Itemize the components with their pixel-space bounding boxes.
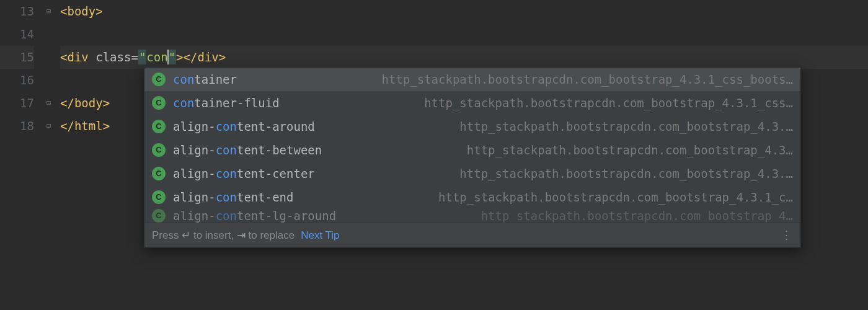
autocomplete-item-label: align-content-end [173,185,293,209]
line-number: 13 [0,0,34,23]
tab-key-icon: ⇥ [237,229,246,241]
line-number: 14 [0,23,34,46]
autocomplete-footer: Press ↵ to insert, ⇥ to replace Next Tip… [144,223,800,247]
autocomplete-popup: Ccontainerhttp_stackpath.bootstrapcdn.co… [144,67,801,248]
next-tip-link[interactable]: Next Tip [301,224,339,247]
autocomplete-item[interactable]: Ccontainerhttp_stackpath.bootstrapcdn.co… [144,68,800,91]
autocomplete-item[interactable]: Calign-content-centerhttp_stackpath.boot… [144,162,800,185]
line-number-gutter: 13 14 15 16 17 18 [0,0,46,310]
line-number: 17 [0,92,34,115]
line-number: 18 [0,115,34,138]
code-line [60,23,868,46]
autocomplete-item[interactable]: Calign-content-lg-aroundhttp_stackpath.b… [144,209,800,223]
class-icon: C [152,143,166,157]
footer-hint: Press ↵ to insert, ⇥ to replace [152,224,294,247]
code-line-current: <div class="con"></div> [60,46,868,69]
line-number: 16 [0,69,34,92]
enter-key-icon: ↵ [182,229,190,241]
autocomplete-item[interactable]: Calign-content-endhttp_stackpath.bootstr… [144,185,800,209]
class-icon: C [152,167,166,180]
autocomplete-item-label: align-content-between [173,138,322,162]
class-icon: C [152,96,166,110]
autocomplete-item-source: http_stackpath.bootstrapcdn.com_bootstra… [459,115,793,138]
autocomplete-item-label: align-content-lg-around [173,209,336,223]
autocomplete-item-label: align-content-center [173,162,315,185]
autocomplete-item[interactable]: Ccontainer-fluidhttp_stackpath.bootstrap… [144,91,800,115]
autocomplete-item-source: http_stackpath.bootstrapcdn.com_bootstra… [481,209,793,223]
autocomplete-item-source: http_stackpath.bootstrapcdn.com_bootstra… [459,162,793,185]
autocomplete-item-source: http_stackpath.bootstrapcdn.com_bootstra… [467,138,793,162]
autocomplete-item-label: container-fluid [173,91,280,115]
text-caret [167,50,169,64]
autocomplete-item-source: http_stackpath.bootstrapcdn.com_bootstra… [438,185,793,209]
class-icon: C [152,120,166,133]
autocomplete-item[interactable]: Calign-content-aroundhttp_stackpath.boot… [144,115,800,138]
class-icon: C [152,209,166,223]
line-number: 15 [0,46,34,69]
autocomplete-item-label: align-content-around [173,115,315,138]
autocomplete-item-source: http_stackpath.bootstrapcdn.com_bootstra… [382,68,793,91]
code-line: <body> [60,0,868,23]
class-icon: C [152,73,166,86]
autocomplete-item-label: container [173,68,237,91]
autocomplete-item-source: http_stackpath.bootstrapcdn.com_bootstra… [424,91,793,115]
class-icon: C [152,190,166,204]
more-options-icon[interactable]: ⋮ [781,224,793,247]
autocomplete-item[interactable]: Calign-content-betweenhttp_stackpath.boo… [144,138,800,162]
